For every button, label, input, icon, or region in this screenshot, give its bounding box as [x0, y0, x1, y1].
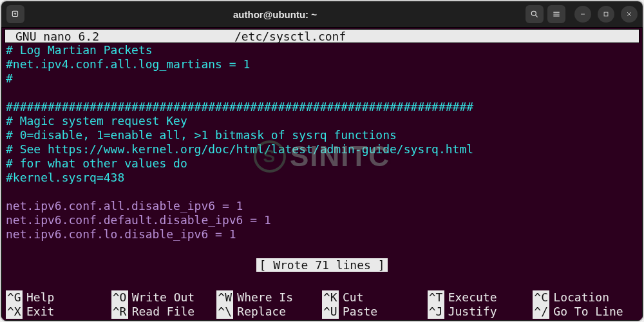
shortcut-key: ^T: [428, 290, 444, 305]
editor-line: # for what other values do: [6, 156, 638, 171]
shortcut-key: ^K: [322, 290, 339, 305]
editor-line: net.ipv6.conf.default.disable_ipv6 = 1: [6, 213, 638, 227]
shortcut-item[interactable]: ^JJustify: [428, 305, 533, 319]
shortcut-item[interactable]: ^WWhere Is: [216, 290, 322, 305]
shortcut-item[interactable]: ^KCut: [322, 290, 428, 305]
editor-line: [6, 185, 638, 199]
shortcut-label: Execute: [448, 290, 497, 305]
shortcut-label: Where Is: [237, 290, 293, 305]
nano-filename: /etc/sysctl.conf: [234, 30, 635, 43]
editor-line: #net.ipv4.conf.all.log_martians = 1: [6, 57, 638, 71]
shortcut-label: Exit: [26, 305, 54, 319]
shortcut-label: Cut: [343, 290, 364, 305]
shortcut-label: Go To Line: [553, 305, 623, 319]
shortcut-key: ^G: [6, 290, 23, 305]
shortcut-item[interactable]: ^UPaste: [322, 305, 428, 319]
nano-titlebar: GNU nano 6.2 /etc/sysctl.conf: [5, 29, 639, 43]
editor-content[interactable]: # Log Martian Packets#net.ipv4.conf.all.…: [2, 43, 642, 256]
nano-status-line: [ Wrote 71 lines ]: [2, 258, 642, 272]
shortcut-item[interactable]: ^\Replace: [216, 305, 322, 319]
shortcut-label: Replace: [237, 305, 286, 319]
hamburger-menu-button[interactable]: [547, 5, 565, 23]
shortcut-key: ^J: [428, 305, 444, 319]
svg-rect-9: [604, 12, 608, 16]
editor-line: # 0=disable, 1=enable all, >1 bitmask of…: [6, 128, 638, 142]
shortcut-item[interactable]: ^TExecute: [428, 290, 533, 305]
new-tab-button[interactable]: [6, 5, 24, 23]
shortcut-key: ^\: [216, 305, 233, 319]
shortcut-key: ^C: [533, 290, 549, 305]
shortcut-label: Location: [553, 290, 609, 305]
svg-line-4: [536, 15, 538, 17]
editor-line: # Log Martian Packets: [6, 43, 638, 57]
shortcut-item[interactable]: ^/Go To Line: [533, 305, 638, 319]
shortcut-item[interactable]: ^CLocation: [533, 290, 638, 305]
editor-line: net.ipv6.conf.lo.disable_ipv6 = 1: [6, 227, 638, 242]
shortcut-item[interactable]: ^RRead File: [111, 305, 217, 319]
editor-line: # Magic system request Key: [6, 114, 638, 128]
svg-point-3: [531, 11, 536, 15]
editor-line: # See https://www.kernel.org/doc/html/la…: [6, 142, 638, 156]
shortcut-key: ^W: [216, 290, 233, 305]
shortcut-key: ^U: [322, 305, 339, 319]
close-button[interactable]: [621, 6, 638, 23]
shortcut-label: Write Out: [132, 290, 195, 305]
shortcut-label: Paste: [343, 305, 377, 319]
window-titlebar: author@ubuntu: ~: [1, 1, 643, 27]
search-button[interactable]: [526, 5, 544, 23]
shortcut-key: ^R: [111, 305, 128, 319]
shortcut-label: Help: [26, 290, 54, 305]
editor-line: net.ipv6.conf.all.disable_ipv6 = 1: [6, 199, 638, 213]
nano-app-name: GNU nano 6.2: [9, 30, 234, 43]
terminal-area[interactable]: GNU nano 6.2 /etc/sysctl.conf # Log Mart…: [1, 27, 643, 321]
nano-status-text: [ Wrote 71 lines ]: [256, 258, 387, 272]
editor-line: #: [6, 71, 638, 86]
shortcut-key: ^O: [111, 290, 128, 305]
shortcut-item[interactable]: ^GHelp: [6, 290, 111, 305]
editor-line: [6, 242, 638, 256]
shortcut-item[interactable]: ^OWrite Out: [111, 290, 217, 305]
nano-shortcut-bar: ^GHelp^OWrite Out^WWhere Is^KCut^TExecut…: [2, 290, 642, 320]
editor-line: [6, 86, 638, 100]
editor-line: ########################################…: [6, 100, 638, 114]
shortcut-key: ^/: [533, 305, 549, 319]
shortcut-label: Justify: [448, 305, 497, 319]
editor-line: #kernel.sysrq=438: [6, 171, 638, 185]
shortcut-item[interactable]: ^XExit: [6, 305, 111, 319]
maximize-button[interactable]: [598, 6, 614, 23]
shortcut-label: Read File: [132, 305, 195, 319]
shortcut-key: ^X: [6, 305, 23, 319]
minimize-button[interactable]: [574, 6, 591, 23]
window-title: author@ubuntu: ~: [28, 9, 522, 20]
